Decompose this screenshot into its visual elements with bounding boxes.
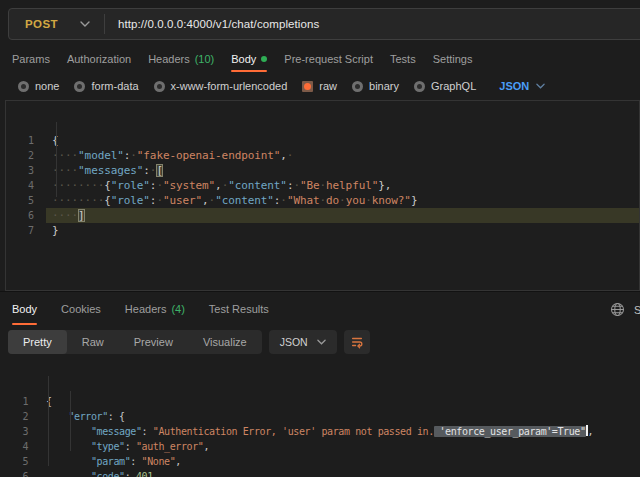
body-type-binary[interactable]: binary: [352, 80, 399, 92]
tab-body[interactable]: Body: [231, 45, 267, 72]
radio-selected-icon: [302, 81, 313, 92]
body-modified-dot-icon: [261, 56, 267, 62]
response-body-viewer[interactable]: 1{2 "error": {3 "message": "Authenticati…: [0, 356, 640, 477]
request-format-dropdown[interactable]: JSON: [499, 80, 545, 92]
radio-icon: [74, 81, 85, 92]
response-tab-body[interactable]: Body: [12, 292, 37, 325]
radio-icon: [352, 81, 363, 92]
text-wrap-icon: [350, 335, 364, 349]
postman-dark-window: { "request_bar": { "method": "POST", "ur…: [0, 0, 640, 477]
code-line[interactable]: 7}: [6, 223, 639, 238]
text-wrap-button[interactable]: [344, 330, 370, 354]
line-number: 6: [6, 208, 46, 223]
chevron-down-icon: [317, 339, 326, 345]
response-tab-test-results[interactable]: Test Results: [209, 292, 269, 325]
chevron-down-icon[interactable]: [80, 21, 90, 27]
code-line[interactable]: 2 "error": {: [0, 409, 640, 424]
body-type-raw[interactable]: raw: [302, 80, 337, 92]
line-number: 2: [0, 409, 40, 424]
response-view-group: Pretty Raw Preview Visualize: [8, 330, 262, 354]
request-url-input[interactable]: http://0.0.0.0:4000/v1/chat/completions: [105, 18, 319, 30]
radio-icon: [154, 81, 165, 92]
view-raw[interactable]: Raw: [67, 330, 119, 354]
response-toolbar: Pretty Raw Preview Visualize JSON: [8, 330, 370, 354]
code-line[interactable]: 1{: [0, 394, 640, 409]
code-line[interactable]: 5 "param": "None",: [0, 454, 640, 469]
tab-pre-request-script[interactable]: Pre-request Script: [284, 45, 373, 72]
tab-settings[interactable]: Settings: [433, 45, 473, 72]
request-tabs: Params Authorization Headers(10) Body Pr…: [12, 45, 472, 72]
tab-headers[interactable]: Headers(10): [148, 45, 214, 72]
body-type-graphql[interactable]: GraphQL: [414, 80, 476, 92]
indent-guide: [48, 376, 49, 466]
code-line[interactable]: 3 "message": "Authentication Error, 'use…: [0, 424, 640, 439]
request-body-editor[interactable]: 1{2····"model":·"fake-openai-endpoint",·…: [5, 100, 640, 291]
code-line[interactable]: 4········{"role":·"system",·"content":·"…: [6, 178, 639, 193]
line-number: 6: [0, 469, 40, 477]
line-number: 1: [0, 394, 40, 409]
body-type-x-www-form-urlencoded[interactable]: x-www-form-urlencoded: [154, 80, 288, 92]
body-type-selector-row: none form-data x-www-form-urlencoded raw…: [18, 76, 545, 96]
body-type-form-data[interactable]: form-data: [74, 80, 138, 92]
line-number: 3: [0, 424, 40, 439]
code-line[interactable]: 1{: [6, 133, 639, 148]
radio-icon: [18, 81, 29, 92]
line-number: 4: [6, 178, 46, 193]
view-visualize[interactable]: Visualize: [188, 330, 262, 354]
body-type-none[interactable]: none: [18, 80, 59, 92]
line-number: 4: [0, 439, 40, 454]
response-tab-cookies[interactable]: Cookies: [61, 292, 101, 325]
tab-params[interactable]: Params: [12, 45, 50, 72]
headers-count-badge: (10): [195, 53, 215, 65]
code-line[interactable]: 6 "code": 401: [0, 469, 640, 477]
view-pretty[interactable]: Pretty: [8, 330, 67, 354]
globe-icon[interactable]: [610, 302, 625, 317]
line-number: 5: [6, 193, 46, 208]
response-format-dropdown[interactable]: JSON: [269, 330, 337, 354]
line-number: 5: [0, 454, 40, 469]
view-preview[interactable]: Preview: [119, 330, 188, 354]
indent-guide: [56, 122, 57, 197]
tab-tests[interactable]: Tests: [390, 45, 416, 72]
code-line[interactable]: 5········{"role":·"user",·"content":·"Wh…: [6, 193, 639, 208]
response-tab-headers[interactable]: Headers(4): [125, 292, 185, 325]
line-number: 7: [6, 223, 46, 238]
http-method-selector[interactable]: POST: [9, 18, 58, 30]
code-line[interactable]: 2····"model":·"fake-openai-endpoint",·: [6, 148, 639, 163]
line-number: 1: [6, 133, 46, 148]
tab-authorization[interactable]: Authorization: [67, 45, 131, 72]
radio-icon: [414, 81, 425, 92]
line-number: 3: [6, 163, 46, 178]
response-headers-count-badge: (4): [171, 303, 184, 315]
request-url-bar: POST http://0.0.0.0:4000/v1/chat/complet…: [8, 8, 640, 40]
response-meta: S: [610, 302, 640, 317]
code-line[interactable]: 6····]: [6, 208, 639, 223]
code-line[interactable]: 3····"messages":·[: [6, 163, 639, 178]
clipped-status-text: S: [634, 304, 640, 316]
indent-guide: [70, 391, 71, 451]
code-line[interactable]: 4 "type": "auth_error",: [0, 439, 640, 454]
response-tabs: Body Cookies Headers(4) Test Results: [12, 292, 269, 325]
chevron-down-icon: [536, 83, 545, 89]
line-number: 2: [6, 148, 46, 163]
